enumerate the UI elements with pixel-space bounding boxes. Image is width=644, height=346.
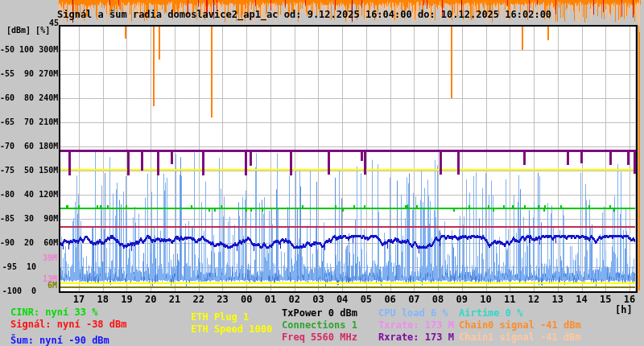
x-tick-label: 02 [287, 295, 302, 304]
legend-item-signal: Signál: nyní -38 dBm [10, 319, 127, 329]
chart-title: Signál a šum radia domoslavice2_ap1_ac o… [57, 10, 551, 19]
x-tick-label: 10 [479, 295, 493, 304]
x-tick-label: 01 [263, 295, 278, 304]
y-axis-label: -75 50 150M [0, 167, 57, 175]
x-tick-label: 00 [239, 295, 254, 304]
legend-item-txrate: Txrate: 173 M [378, 320, 454, 330]
y-axis-label: -50 100 300M [0, 46, 57, 54]
x-tick-label: 16 [622, 295, 637, 304]
y-axis-label: -70 60 180M [0, 142, 57, 150]
x-axis-unit-label: [h] [615, 305, 633, 315]
x-tick-label: 03 [311, 295, 325, 304]
legend-item-cinr: CINR: nyní 33 % [10, 307, 97, 317]
x-tick-label: 18 [96, 295, 110, 304]
legend-item-eth-plug: ETH Plug 1 [191, 312, 249, 322]
x-tick-label: 04 [335, 295, 349, 304]
x-tick-label: 05 [359, 295, 374, 304]
legend-item-eth-speed: ETH Speed 1000 [191, 324, 272, 334]
x-tick-label: 14 [575, 295, 589, 304]
x-tick-label: 15 [598, 295, 613, 304]
radio-signal-graph: 45 [dBm] [%] Signál a šum radia domoslav… [0, 0, 644, 346]
y-axis-label: -100 0 [0, 287, 36, 295]
y-axis-label: -95 10 [0, 263, 36, 271]
x-tick-label: 23 [215, 295, 229, 304]
x-tick-label: 13 [551, 295, 565, 304]
x-tick-label: 20 [143, 295, 158, 304]
legend-item-chain0: Chain0 signal -41 dBm [459, 320, 581, 330]
y-axis-label: 39M [0, 254, 57, 262]
y-axis-label: -85 30 90M [0, 215, 57, 223]
x-tick-label: 06 [383, 295, 398, 304]
legend-item-sum: Šum: nyní -90 dBm [10, 336, 109, 345]
y-axis-label: -65 70 210M [0, 118, 57, 126]
legend-item-freq: Freq 5560 MHz [282, 332, 357, 342]
y-axis-units-label: [dBm] [%] [6, 27, 50, 35]
x-tick-label: 08 [431, 295, 445, 304]
x-tick-label: 09 [455, 295, 469, 304]
legend-item-cpu-load: CPU load 6 % [378, 308, 448, 318]
y-axis-label: -80 40 120M [0, 191, 57, 199]
y-axis-label: -55 90 270M [0, 70, 57, 78]
legend-item-airtime: Airtime 0 % [459, 308, 522, 318]
y-axis-label: -60 80 240M [0, 94, 57, 102]
y-axis-label: -90 20 60M [0, 239, 57, 247]
y-axis-top-value: 45 [49, 19, 59, 27]
legend-item-txpower: TxPower 0 dBm [282, 308, 357, 318]
x-tick-label: 21 [167, 295, 182, 304]
x-tick-label: 07 [407, 295, 421, 304]
x-tick-label: 12 [526, 295, 541, 304]
legend-item-connections: Connections 1 [282, 320, 357, 330]
x-tick-label: 17 [72, 295, 86, 304]
legend-item-rxrate: Rxrate: 173 M [378, 332, 454, 342]
x-tick-label: 22 [192, 295, 206, 304]
legend-item-chain1: Chain1 signal -41 dBm [459, 332, 581, 342]
x-tick-label: 11 [502, 295, 517, 304]
x-tick-label: 19 [119, 295, 134, 304]
